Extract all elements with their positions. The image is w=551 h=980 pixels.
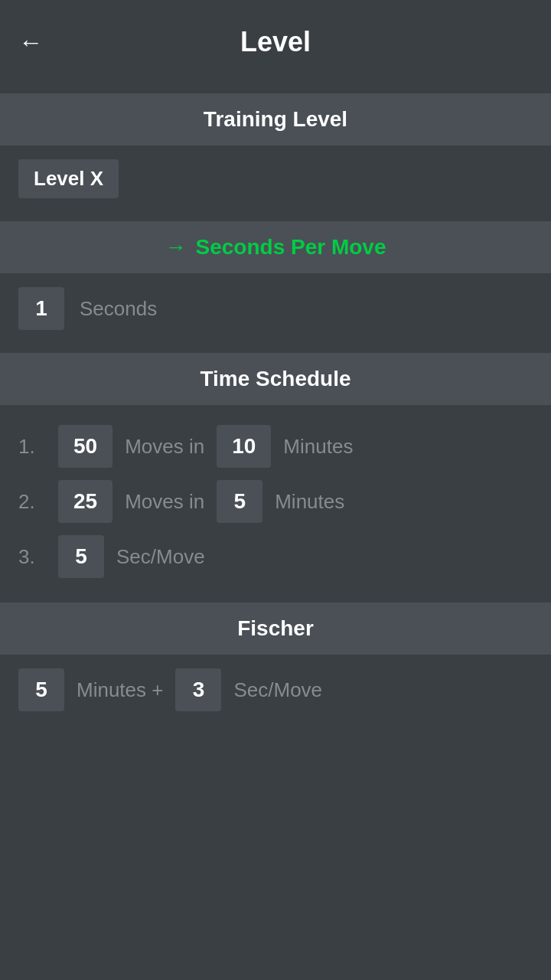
spm-arrow-icon: → [165,235,187,260]
ts-row-3-number: 3. [18,545,46,569]
ts-row-2-time-label: Minutes [275,490,344,514]
training-level-section: Training Level Level X [0,93,551,212]
spm-unit-label: Seconds [80,297,157,321]
fischer-minutes-value[interactable]: 5 [18,668,64,711]
level-x-badge[interactable]: Level X [18,159,119,198]
spm-input-row: 1 Seconds [0,273,551,344]
ts-row-3-moves-label: Sec/Move [116,545,205,569]
time-schedule-bar: Time Schedule [0,353,551,405]
ts-row-3-moves-value[interactable]: 5 [58,535,104,578]
fischer-minutes-label: Minutes + [77,678,163,702]
fischer-section: Fischer 5 Minutes + 3 Sec/Move [0,603,551,725]
time-schedule-rows: 1. 50 Moves in 10 Minutes 2. 25 Moves in… [0,405,551,593]
fischer-row: 5 Minutes + 3 Sec/Move [0,655,551,725]
ts-row-2-number: 2. [18,490,46,514]
ts-row-1-number: 1. [18,435,46,459]
ts-row-1-moves-label: Moves in [125,435,204,459]
spm-value[interactable]: 1 [18,287,64,330]
spm-title: Seconds Per Move [196,235,386,260]
ts-row-3: 3. 5 Sec/Move [18,535,533,578]
ts-row-2-moves-value[interactable]: 25 [58,480,112,523]
fischer-sec-label: Sec/Move [233,678,322,702]
ts-row-2: 2. 25 Moves in 5 Minutes [18,480,533,523]
fischer-sec-value[interactable]: 3 [175,668,221,711]
level-x-container: Level X [0,145,551,212]
training-level-bar: Training Level [0,93,551,145]
ts-row-2-time-value[interactable]: 5 [217,480,262,523]
header: ← Level [0,0,551,84]
page-title: Level [240,26,311,58]
spm-bar[interactable]: → Seconds Per Move [0,221,551,273]
ts-row-1-time-value[interactable]: 10 [217,425,271,468]
seconds-per-move-section: → Seconds Per Move 1 Seconds [0,221,551,344]
ts-row-1-time-label: Minutes [283,435,353,459]
ts-row-1-moves-value[interactable]: 50 [58,425,112,468]
time-schedule-section: Time Schedule 1. 50 Moves in 10 Minutes … [0,353,551,593]
ts-row-2-moves-label: Moves in [125,490,204,514]
back-button[interactable]: ← [18,30,43,54]
ts-row-1: 1. 50 Moves in 10 Minutes [18,425,533,468]
fischer-bar: Fischer [0,603,551,655]
